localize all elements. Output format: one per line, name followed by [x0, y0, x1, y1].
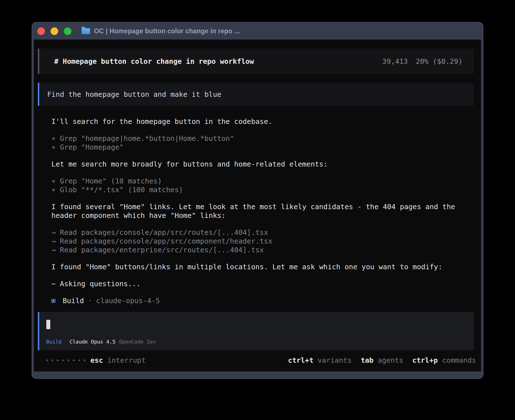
text-cursor: [46, 320, 50, 329]
window-titlebar: OC | Homepage button color change in rep…: [32, 23, 483, 40]
agent-build-icon: [51, 299, 55, 303]
context-usage: 20% ($0.29): [416, 57, 462, 66]
token-count: 39,413: [382, 57, 408, 66]
assistant-text: I found "Home" buttons/links in multiple…: [51, 262, 474, 271]
hint-commands: ctrl+p commands: [412, 356, 476, 365]
assistant-response: I'll search for the homepage button in t…: [34, 106, 481, 305]
tool-call-group: ∗ Grep "homepage|home.*button|Home.*butt…: [51, 134, 474, 152]
tool-call-group: → Read packages/console/app/src/routes/[…: [51, 228, 474, 254]
tool-call-read: → Read packages/console/app/src/componen…: [51, 237, 474, 246]
user-message: Find the homepage button and make it blu…: [38, 83, 474, 106]
minimize-button[interactable]: [51, 27, 58, 35]
tool-call-group: ∗ Grep "Home" (18 matches) ∗ Glob "**/*.…: [51, 177, 474, 194]
assistant-text: I found several "Home" links. Let me loo…: [51, 202, 474, 220]
folder-icon: [82, 28, 90, 34]
agent-model: claude-opus-4-5: [96, 296, 160, 305]
window-title: OC | Homepage button color change in rep…: [94, 27, 240, 35]
user-message-text: Find the homepage button and make it blu…: [47, 90, 221, 99]
hint-agents: tab agents: [361, 356, 403, 365]
hint-variants: ctrl+t variants: [288, 356, 352, 365]
tool-call-grep: ∗ Grep "homepage|home.*button|Home.*butt…: [51, 134, 474, 143]
tool-call-grep: ∗ Grep "Homepage": [51, 143, 474, 152]
tool-call-read: → Read packages/console/app/src/routes/[…: [51, 228, 474, 237]
assistant-working-status: ~ Asking questions...: [51, 279, 474, 288]
assistant-text: I'll search for the homepage button in t…: [51, 117, 474, 126]
agent-name: Build: [63, 296, 84, 305]
tool-call-glob: ∗ Glob "**/*.tsx" (100 matches): [51, 185, 474, 194]
assistant-text: Let me search more broadly for buttons a…: [51, 160, 474, 169]
session-stats: 39,413 20% ($0.29): [382, 57, 462, 66]
provider-label: OpenCode Zen: [119, 338, 156, 345]
terminal-content: # Homepage button color change in repo w…: [34, 40, 481, 371]
agent-status-row: Build · claude-opus-4-5: [51, 296, 474, 305]
active-model-label: Claude Opus 4.5: [69, 338, 115, 345]
model-status-line: Build Claude Opus 4.5 OpenCode Zen: [46, 338, 474, 345]
zoom-button[interactable]: [64, 27, 71, 35]
hint-interrupt: esc interrupt: [90, 356, 146, 365]
session-title: # Homepage button color change in repo w…: [54, 57, 254, 66]
status-footer: esc interrupt ctrl+t variants tab agents…: [34, 356, 481, 365]
close-button[interactable]: [37, 27, 45, 35]
session-header: # Homepage button color change in repo w…: [38, 49, 474, 74]
active-agent-label: Build: [46, 338, 62, 345]
terminal-window: OC | Homepage button color change in rep…: [32, 22, 483, 379]
separator-dot: ·: [88, 296, 92, 305]
tool-call-read: → Read packages/enterprise/src/routes/[.…: [51, 246, 474, 254]
tool-call-grep: ∗ Grep "Home" (18 matches): [51, 177, 474, 185]
prompt-input[interactable]: Build Claude Opus 4.5 OpenCode Zen: [38, 312, 474, 350]
busy-spinner-dots: [46, 360, 85, 361]
